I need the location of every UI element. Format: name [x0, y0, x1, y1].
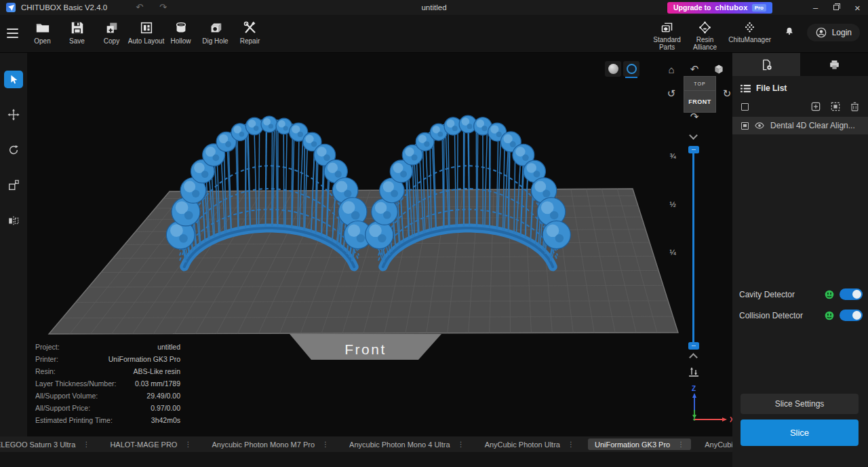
maximize-icon	[833, 5, 840, 11]
tab-printer[interactable]	[800, 53, 868, 76]
app-logo-icon	[6, 3, 16, 12]
hollow-button[interactable]: Hollow	[163, 17, 198, 45]
printer-tab-label: Anycubic Photon Mono M7 Pro	[212, 441, 315, 449]
file-checkbox[interactable]	[741, 122, 749, 130]
orbit-left-button[interactable]: ↺	[663, 86, 680, 102]
upgrade-to-pro-button[interactable]: Upgrade to chitubox Pro	[667, 2, 772, 14]
app-title: CHITUBOX Basic V2.4.0	[21, 3, 107, 12]
maximize-button[interactable]	[826, 0, 847, 15]
merge-files-icon[interactable]	[831, 102, 840, 111]
project-info: Project:untitledPrinter:UniFormation GK3…	[35, 341, 180, 426]
save-button[interactable]: Save	[60, 17, 94, 45]
copy-button[interactable]: Copy	[94, 17, 129, 45]
viewport-3d[interactable]: Front ⌂ ↶ ↺ TOP FRONT ↻ ↷ ¾ ½ ¼	[27, 53, 732, 436]
select-tool-button[interactable]	[4, 71, 23, 88]
open-button[interactable]: Open	[25, 17, 60, 45]
printer-tab[interactable]: AnyCubic Photon M3 Max⋮	[698, 438, 732, 450]
orbit-down-button[interactable]: ↷	[686, 109, 703, 125]
tab-menu-icon[interactable]: ⋮	[677, 441, 684, 448]
info-value: UniFormation GK3 Pro	[108, 355, 180, 363]
render-mode-toggles	[605, 61, 639, 77]
standard-parts-button[interactable]: Standard Parts	[648, 15, 686, 51]
slider-handle-bottom[interactable]	[688, 342, 699, 350]
tab-menu-icon[interactable]: ⋮	[83, 441, 90, 448]
z-height-adjust-button[interactable]	[687, 366, 701, 379]
dig-hole-cube-icon	[208, 20, 223, 35]
mirror-icon	[7, 214, 20, 227]
info-label: Printer:	[35, 355, 58, 363]
repair-button[interactable]: Repair	[233, 17, 267, 45]
info-label: All/Support Volume:	[35, 392, 98, 400]
chitumanager-button[interactable]: ChituManager	[724, 15, 776, 43]
slider-handle-top[interactable]	[688, 146, 699, 153]
dental-model	[166, 116, 372, 267]
collision-detector-row: Collision Detector	[739, 305, 863, 326]
standard-parts-icon	[660, 20, 674, 35]
repair-tools-icon	[243, 20, 258, 35]
slider-track[interactable]	[692, 150, 694, 345]
info-value: 3h42m0s	[151, 416, 180, 424]
slice-settings-button[interactable]: Slice Settings	[741, 394, 859, 414]
info-label: Resin:	[35, 367, 56, 375]
redo-icon[interactable]: ↷	[159, 1, 167, 14]
auto-layout-button[interactable]: Auto Layout	[129, 17, 163, 45]
mirror-tool-button[interactable]	[4, 212, 23, 229]
perspective-cube-button[interactable]	[710, 61, 728, 77]
visibility-eye-icon[interactable]	[755, 122, 764, 129]
login-button[interactable]: Login	[807, 24, 860, 41]
printer-tab[interactable]: HALOT-MAGE PRO⋮	[103, 438, 198, 450]
tab-menu-icon[interactable]: ⋮	[322, 441, 329, 448]
z-clip-slider[interactable]	[684, 146, 703, 350]
collision-detector-toggle[interactable]	[840, 310, 863, 321]
fraction-half: ½	[666, 200, 679, 208]
select-all-checkbox[interactable]	[741, 103, 749, 111]
tab-menu-icon[interactable]: ⋮	[568, 441, 574, 448]
view-cube-top-face[interactable]: TOP	[684, 77, 715, 91]
chitubox-brand: chitubox	[715, 3, 747, 12]
printer-tab-label: AnyCubic Photon Ultra	[485, 441, 560, 449]
printer-tab[interactable]: ELEGOO Saturn 3 Ultra⋮	[0, 438, 96, 450]
orbit-up-button[interactable]: ↶	[686, 61, 703, 77]
file-list-label: File List	[756, 83, 787, 93]
view-cube[interactable]: TOP FRONT	[684, 76, 716, 113]
rotate-tool-button[interactable]	[4, 141, 23, 159]
printer-tab[interactable]: UniFormation GK3 Pro⋮	[588, 438, 691, 450]
project-info-row: Estimated Printing Time:3h42m0s	[35, 414, 180, 426]
home-view-button[interactable]: ⌂	[663, 61, 680, 77]
slider-collapse-button[interactable]	[686, 130, 700, 141]
tab-menu-icon[interactable]: ⋮	[184, 441, 191, 448]
tab-file-settings[interactable]	[732, 53, 800, 76]
delete-trash-icon[interactable]	[850, 102, 859, 111]
scale-tool-button[interactable]	[4, 176, 23, 194]
file-list-item[interactable]: Dental 4D Clear Align...	[732, 117, 868, 134]
project-info-row: Layer Thickness/Number:0.03 mm/1789	[35, 377, 180, 390]
resin-alliance-button[interactable]: Resin Alliance	[686, 15, 724, 51]
rotate-icon	[7, 144, 20, 156]
undo-icon[interactable]: ↶	[136, 1, 143, 14]
printer-tab[interactable]: AnyCubic Photon Ultra⋮	[478, 438, 581, 450]
printer-tab[interactable]: Anycubic Photon Mono 4 Ultra⋮	[342, 438, 471, 450]
notifications-button[interactable]	[776, 15, 803, 37]
slice-button[interactable]: Slice	[741, 419, 859, 446]
move-tool-button[interactable]	[4, 106, 23, 124]
dig-hole-button[interactable]: Dig Hole	[198, 17, 233, 45]
minimize-button[interactable]: –	[805, 0, 826, 15]
slider-expand-button[interactable]	[686, 352, 700, 362]
cavity-detector-toggle[interactable]	[840, 288, 863, 300]
cavity-detector-row: Cavity Detector	[739, 284, 863, 305]
orbit-right-button[interactable]: ↻	[718, 86, 732, 102]
render-mode-matte-button[interactable]	[605, 61, 621, 77]
tab-menu-icon[interactable]: ⋮	[458, 441, 465, 448]
info-value: 0.03 mm/1789	[135, 379, 180, 388]
menu-button[interactable]	[7, 29, 18, 38]
render-mode-glossy-button[interactable]	[623, 61, 639, 77]
printer-tab[interactable]: Anycubic Photon Mono M7 Pro⋮	[205, 438, 336, 450]
close-button[interactable]: ×	[847, 0, 868, 15]
file-list-header: File List	[732, 76, 868, 98]
titlebar: CHITUBOX Basic V2.4.0 ↶ ↷ untitled Upgra…	[0, 0, 868, 15]
avatar-icon	[815, 26, 827, 39]
dental-model	[366, 115, 571, 267]
add-file-icon[interactable]	[811, 102, 821, 111]
right-panel: File List Dental 4D Clear Align... Cavit…	[732, 53, 868, 467]
printer-tab-label: AnyCubic Photon M3 Max	[705, 441, 732, 449]
